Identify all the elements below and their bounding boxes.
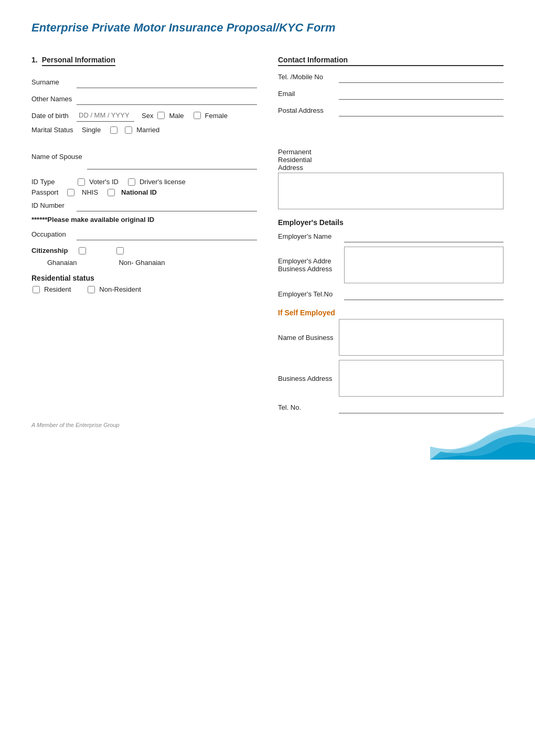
- employer-tel-label: Employer's Tel.No: [278, 290, 341, 298]
- postal-label: Postal Address: [278, 107, 336, 114]
- email-input[interactable]: [339, 87, 504, 100]
- self-employed-header: If Self Employed: [278, 308, 504, 317]
- tel-no-input[interactable]: [339, 401, 504, 413]
- id-number-input[interactable]: [77, 199, 257, 211]
- citizenship-checkbox[interactable]: [79, 247, 86, 254]
- marital-label: Marital Status: [31, 126, 79, 134]
- tel-input[interactable]: [339, 70, 504, 83]
- occupation-row: Occupation: [31, 228, 257, 240]
- voters-id-checkbox[interactable]: [78, 178, 85, 186]
- id-type-label: ID Type: [31, 178, 73, 186]
- drivers-license-label: Driver's license: [140, 178, 186, 186]
- self-employed-section: If Self Employed Name of Business Busine…: [278, 308, 504, 413]
- spouse-label: Name of Spouse: [31, 153, 84, 161]
- footer-text: A Member of the Enterprise Group: [31, 422, 120, 428]
- tel-no-row: Tel. No.: [278, 401, 504, 413]
- employer-address-label-group: Employer's Addre Business Address: [278, 257, 341, 273]
- employer-name-label: Employer's Name: [278, 232, 341, 240]
- occupation-label: Occupation: [31, 230, 73, 238]
- permanent-address-input[interactable]: [278, 173, 504, 209]
- permanent-address-section: Permanent Residential Address: [278, 148, 504, 211]
- citizenship-checkbox2[interactable]: [116, 247, 124, 254]
- postal-row: Postal Address: [278, 104, 504, 116]
- right-column: Contact Information Tel. /Mobile No Emai…: [278, 56, 504, 418]
- tel-label: Tel. /Mobile No: [278, 73, 336, 81]
- business-address-input[interactable]: [339, 360, 504, 397]
- business-name-label: Name of Business: [278, 334, 336, 342]
- occupation-input[interactable]: [77, 228, 257, 240]
- contact-info-header: Contact Information: [278, 56, 504, 66]
- residential-status-section: Residential status Resident Non-Resident: [31, 274, 257, 293]
- ghanaian-label: Ghanaian: [47, 259, 77, 267]
- business-address-row: Business Address: [278, 360, 504, 397]
- other-names-input[interactable]: [77, 92, 257, 105]
- employer-tel-input[interactable]: [344, 288, 504, 300]
- section-number: 1.: [31, 56, 38, 64]
- citizenship-label: Citizenship: [31, 247, 73, 254]
- other-names-label: Other Names: [31, 95, 73, 103]
- other-names-row: Other Names: [31, 92, 257, 105]
- employer-tel-row: Employer's Tel.No: [278, 288, 504, 300]
- employer-details-header: Employer's Details: [278, 218, 504, 227]
- spouse-input[interactable]: [87, 143, 257, 169]
- surname-row: Surname: [31, 76, 257, 88]
- residential-status-header: Residential status: [31, 274, 257, 282]
- tel-row: Tel. /Mobile No: [278, 70, 504, 83]
- personal-info-header: Personal Information: [42, 56, 115, 66]
- male-label: Male: [169, 112, 184, 120]
- spouse-row: Name of Spouse: [31, 143, 257, 169]
- resident-checkbox[interactable]: [33, 286, 40, 293]
- business-address-label: Business Address: [278, 375, 336, 382]
- national-id-label: National ID: [121, 188, 157, 196]
- business-name-input[interactable]: [339, 319, 504, 356]
- dob-input[interactable]: [77, 109, 134, 122]
- left-column: 1. Personal Information Surname Other Na…: [31, 56, 257, 418]
- citizenship-options-row: Ghanaian Non- Ghanaian: [37, 259, 257, 267]
- employer-name-input[interactable]: [344, 230, 504, 242]
- employer-address-input[interactable]: [344, 247, 504, 283]
- single-label: Single: [82, 126, 101, 134]
- female-label: Female: [205, 112, 228, 120]
- resident-label: Resident: [44, 285, 71, 293]
- female-checkbox[interactable]: [194, 112, 201, 119]
- citizenship-section: Citizenship Ghanaian Non- Ghanaian: [31, 247, 257, 267]
- marital-row: Marital Status Single Married: [31, 126, 257, 134]
- citizenship-row: Citizenship: [31, 247, 257, 254]
- nhis-checkbox[interactable]: [108, 189, 115, 196]
- non-resident-label: Non-Resident: [99, 285, 141, 293]
- single-checkbox[interactable]: [110, 126, 117, 134]
- business-name-row: Name of Business: [278, 319, 504, 356]
- drivers-license-checkbox[interactable]: [128, 178, 135, 186]
- surname-label: Surname: [31, 78, 73, 86]
- tel-no-label: Tel. No.: [278, 403, 336, 411]
- sex-label: Sex: [142, 112, 153, 120]
- id-type-row2: Passport NHIS National ID: [31, 188, 257, 196]
- id-number-row: ID Number: [31, 199, 257, 211]
- id-type-section: ID Type Voter's ID Driver's license Pass…: [31, 178, 257, 196]
- surname-input[interactable]: [77, 76, 257, 88]
- email-row: Email: [278, 87, 504, 100]
- warning-text: ******Please make available original ID: [31, 216, 257, 223]
- employer-name-row: Employer's Name: [278, 230, 504, 242]
- email-label: Email: [278, 90, 336, 98]
- residential-status-row: Resident Non-Resident: [31, 285, 257, 293]
- dob-label: Date of birth: [31, 112, 73, 120]
- dob-sex-row: Date of birth Sex Male Female: [31, 109, 257, 122]
- non-resident-checkbox[interactable]: [88, 286, 95, 293]
- passport-label: Passport: [31, 188, 63, 196]
- voters-id-label: Voter's ID: [89, 178, 119, 186]
- employer-address-row: Employer's Addre Business Address: [278, 247, 504, 283]
- nhis-label: NHIS: [82, 188, 98, 196]
- footer-wave-decoration: [430, 418, 535, 460]
- form-title: Enterprise Private Motor Insurance Propo…: [31, 21, 504, 35]
- married-label: Married: [136, 126, 159, 134]
- id-type-row1: ID Type Voter's ID Driver's license: [31, 178, 257, 186]
- passport-checkbox[interactable]: [67, 189, 74, 196]
- id-number-label: ID Number: [31, 201, 73, 209]
- permanent-label: Permanent Residential Address: [278, 148, 504, 172]
- postal-input[interactable]: [339, 104, 504, 116]
- employer-section: Employer's Details Employer's Name Emplo…: [278, 218, 504, 300]
- non-ghanaian-label: Non- Ghanaian: [119, 259, 165, 267]
- male-checkbox[interactable]: [157, 112, 165, 119]
- married-checkbox[interactable]: [125, 126, 132, 134]
